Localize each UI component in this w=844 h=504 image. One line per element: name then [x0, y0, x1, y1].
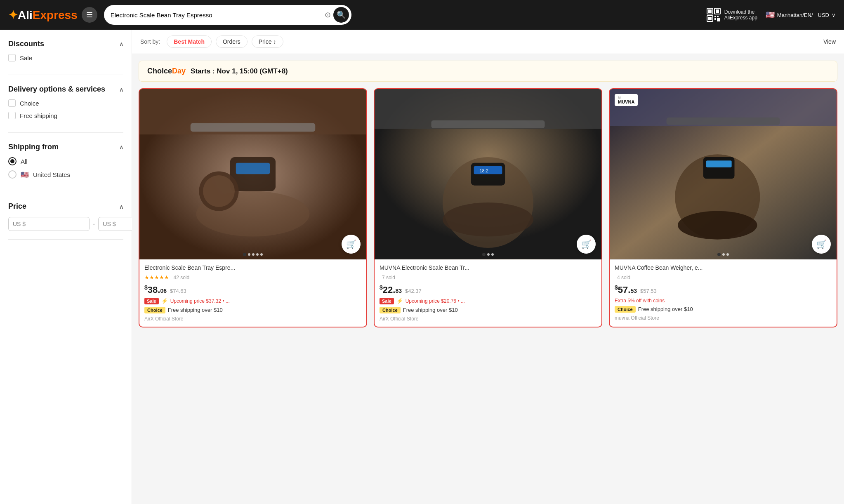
- products-grid: 🛒 Electronic Scale Bean Tray Espre... ★★…: [132, 82, 844, 334]
- discounts-chevron-icon: ∧: [119, 41, 123, 47]
- stars-1: ★★★★★: [144, 274, 169, 280]
- main-layout: Discounts ∧ Sale Delivery options & serv…: [0, 30, 844, 504]
- price-section: Price ∧ - OK: [8, 202, 123, 240]
- price-dec-1: 06: [160, 287, 167, 294]
- image-dots-1: [243, 253, 263, 256]
- logo: ✦AliExpress: [8, 8, 78, 22]
- svg-rect-5: [708, 17, 712, 20]
- currency-text: USD: [818, 12, 829, 18]
- product-rating-2: 7 sold: [380, 273, 596, 281]
- shipping-chevron-icon: ∧: [119, 144, 123, 151]
- sort-label: Sort by:: [140, 38, 160, 45]
- price-row-3: $57.53 $57.53: [615, 284, 832, 295]
- price-original-1: $74.63: [170, 288, 186, 294]
- product-image-bg-3: [610, 89, 837, 259]
- price-original-2: $42.37: [405, 288, 422, 294]
- product-card-2[interactable]: 18:2 🛒 MUVNA Electroni: [374, 88, 602, 327]
- add-to-cart-3[interactable]: 🛒: [812, 235, 831, 254]
- product-title-2: MUVNA Electronic Scale Bean Tr...: [380, 264, 596, 271]
- price-int-2: 22: [383, 285, 393, 295]
- qr-icon: [706, 7, 721, 22]
- free-shipping-option[interactable]: Free shipping: [8, 112, 123, 119]
- sale-label: Sale: [20, 54, 32, 61]
- product-info-1: Electronic Scale Bean Tray Espre... ★★★★…: [139, 259, 366, 327]
- choice-logo-text: Choice: [147, 67, 172, 75]
- discounts-section: Discounts ∧ Sale: [8, 40, 123, 75]
- muvna-badge-3: M MUVNA: [615, 94, 638, 106]
- view-label: View: [823, 38, 836, 45]
- us-shipping-label: United States: [33, 171, 70, 178]
- product-card-1[interactable]: 🛒 Electronic Scale Bean Tray Espre... ★★…: [139, 88, 367, 327]
- choice-badge-3: Choice: [615, 306, 636, 313]
- badges-2: Sale ⚡ Upcoming price $20.76 • ...: [380, 298, 596, 304]
- choice-day-starts: Starts : Nov 1, 15:00 (GMT+8): [191, 67, 288, 75]
- delivery-title[interactable]: Delivery options & services ∧: [8, 85, 123, 94]
- dot-3-2: [722, 253, 725, 256]
- sale-checkbox[interactable]: [8, 54, 16, 61]
- svg-rect-14: [236, 163, 270, 174]
- menu-button[interactable]: ☰: [82, 7, 97, 23]
- free-shipping-1: Free shipping over $10: [168, 307, 223, 313]
- price-min-input[interactable]: [8, 217, 90, 231]
- search-bar: ⊙ 🔍: [104, 5, 351, 25]
- svg-point-16: [203, 175, 235, 207]
- add-to-cart-1[interactable]: 🛒: [342, 235, 361, 254]
- app-line2: AliExpress app: [724, 15, 757, 21]
- camera-search-button[interactable]: ⊙: [322, 8, 333, 22]
- add-to-cart-2[interactable]: 🛒: [577, 235, 596, 254]
- us-radio[interactable]: [8, 170, 17, 179]
- search-button[interactable]: 🔍: [333, 7, 349, 23]
- sort-price-button[interactable]: Price ↕: [252, 35, 283, 48]
- svg-rect-7: [717, 16, 719, 17]
- shipping-label: Shipping from: [8, 143, 59, 151]
- sale-option[interactable]: Sale: [8, 54, 123, 61]
- svg-rect-32: [667, 118, 780, 125]
- sort-orders-button[interactable]: Orders: [216, 35, 248, 48]
- free-shipping-checkbox[interactable]: [8, 112, 16, 119]
- product-title-3: MUVNA Coffee Bean Weigher, e...: [615, 264, 832, 271]
- search-input[interactable]: [111, 12, 322, 19]
- menu-icon: ☰: [86, 10, 93, 19]
- price-dec-2: 83: [395, 287, 402, 294]
- svg-rect-9: [717, 18, 720, 21]
- all-shipping-option[interactable]: All: [8, 157, 123, 165]
- us-shipping-option[interactable]: 🇺🇸 United States: [8, 170, 123, 179]
- shipping-title[interactable]: Shipping from ∧: [8, 143, 123, 151]
- svg-rect-6: [714, 16, 716, 17]
- badges-1: Sale ⚡ Upcoming price $37.32 • ...: [144, 298, 361, 304]
- choice-label: Choice: [20, 100, 39, 107]
- price-row-1: $38.06 $74.63: [144, 284, 361, 295]
- svg-rect-3: [716, 9, 719, 13]
- price-int-3: 57: [618, 285, 628, 295]
- dot-2-2: [487, 253, 490, 256]
- upcoming-price-2: Upcoming price $20.76 • ...: [405, 298, 465, 304]
- locale-selector[interactable]: 🇺🇸 Manhattan/EN/ USD ∨: [766, 10, 836, 19]
- qr-app-section[interactable]: Download the AliExpress app: [706, 7, 757, 22]
- dot-1-3: [252, 253, 255, 256]
- choice-checkbox[interactable]: [8, 99, 16, 107]
- free-shipping-2: Free shipping over $10: [403, 307, 458, 313]
- price-title[interactable]: Price ∧: [8, 202, 123, 211]
- dot-1-2: [248, 253, 250, 256]
- price-label: Price: [8, 202, 26, 211]
- choice-option[interactable]: Choice: [8, 99, 123, 107]
- day-logo-text: Day: [172, 67, 186, 75]
- product-card-3[interactable]: M MUVNA 🛒 MUVNA Coffee Bean Weigher, e..…: [609, 88, 837, 327]
- camera-icon: ⊙: [325, 11, 331, 19]
- dot-1-1: [243, 253, 246, 256]
- product-title-1: Electronic Scale Bean Tray Espre...: [144, 264, 361, 271]
- product-image-3: M MUVNA 🛒: [610, 89, 837, 259]
- store-name-2: AirX Official Store: [380, 316, 596, 322]
- choice-row-1: Choice Free shipping over $10: [144, 307, 361, 313]
- svg-point-24: [443, 203, 533, 237]
- sort-best-match-button[interactable]: Best Match: [167, 35, 212, 48]
- image-dots-2: [482, 253, 494, 256]
- dot-3-3: [726, 253, 729, 256]
- choice-row-3: Choice Free shipping over $10: [615, 306, 832, 313]
- all-radio[interactable]: [8, 157, 17, 165]
- product-image-bg-1: [139, 89, 366, 259]
- discounts-title[interactable]: Discounts ∧: [8, 40, 123, 48]
- cart-icon-1: 🛒: [346, 239, 356, 249]
- upcoming-price-1: Upcoming price $37.32 • ...: [170, 298, 230, 304]
- us-flag-shipping-icon: 🇺🇸: [21, 171, 29, 179]
